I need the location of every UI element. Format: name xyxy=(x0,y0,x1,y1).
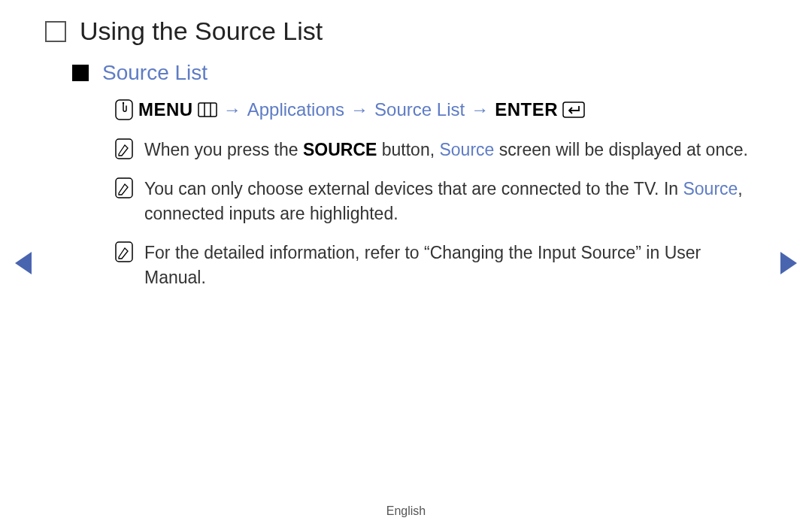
prev-page-button[interactable] xyxy=(15,252,32,274)
note-text: You can only choose external devices tha… xyxy=(144,177,761,227)
svg-rect-2 xyxy=(198,103,217,117)
subtitle: Source List xyxy=(102,61,208,85)
subtitle-bullet-icon xyxy=(72,65,89,81)
text-bold: SOURCE xyxy=(303,140,377,159)
remote-icon xyxy=(114,98,134,121)
text: You can only choose external devices tha… xyxy=(144,179,683,198)
section-title-row: Using the Source List xyxy=(45,17,767,46)
text: When you press the xyxy=(144,140,303,159)
subtitle-row: Source List xyxy=(72,61,767,85)
content-area: MENU → Applications → Source List → ENTE… xyxy=(114,98,767,290)
arrow-icon: → xyxy=(350,99,368,120)
menu-label: MENU xyxy=(138,99,193,120)
svg-rect-5 xyxy=(563,102,584,117)
note-text: For the detailed information, refer to “… xyxy=(144,241,761,291)
menu-icon xyxy=(198,102,217,117)
note-icon xyxy=(114,241,134,266)
enter-icon xyxy=(562,101,585,118)
text: button, xyxy=(377,140,439,159)
arrow-icon: → xyxy=(471,99,489,120)
text-link: Source xyxy=(439,140,494,159)
note-icon xyxy=(114,138,134,163)
note-text: When you press the SOURCE button, Source… xyxy=(144,138,761,162)
text-link: Source xyxy=(683,179,738,198)
note-icon xyxy=(114,177,134,202)
nav-step-applications: Applications xyxy=(247,99,344,120)
svg-point-1 xyxy=(123,102,124,104)
text: screen will be displayed at once. xyxy=(494,140,748,159)
note-row: For the detailed information, refer to “… xyxy=(114,241,767,291)
note-row: You can only choose external devices tha… xyxy=(114,177,767,227)
navigation-path: MENU → Applications → Source List → ENTE… xyxy=(114,98,767,121)
section-title: Using the Source List xyxy=(80,17,323,46)
arrow-icon: → xyxy=(223,99,241,120)
manual-page: Using the Source List Source List MENU xyxy=(0,0,812,290)
text: For the detailed information, refer to “… xyxy=(144,243,701,287)
svg-rect-8 xyxy=(116,242,132,262)
nav-step-source-list: Source List xyxy=(374,99,465,120)
footer-language: English xyxy=(0,504,812,518)
next-page-button[interactable] xyxy=(780,252,797,274)
enter-label: ENTER xyxy=(495,99,558,120)
section-bullet-icon xyxy=(45,21,66,42)
svg-rect-7 xyxy=(116,178,132,198)
svg-rect-6 xyxy=(116,139,132,159)
note-row: When you press the SOURCE button, Source… xyxy=(114,138,767,163)
